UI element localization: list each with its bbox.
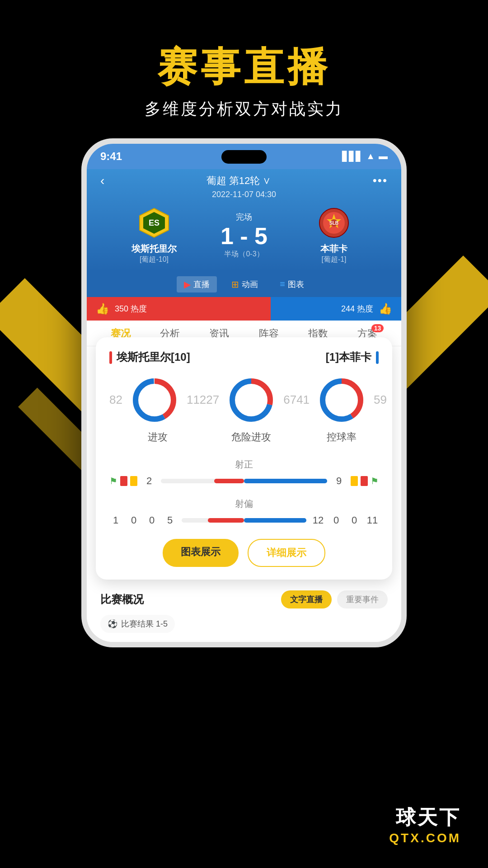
svg-text:ES: ES bbox=[149, 218, 160, 227]
btn-events[interactable]: 重要事件 bbox=[337, 590, 388, 609]
team-home-name: 埃斯托里尔 bbox=[105, 243, 203, 255]
live-icon: ▶ bbox=[184, 279, 191, 290]
danger-label: 危险进攻 bbox=[231, 430, 271, 444]
time-display: 9:41 bbox=[100, 150, 122, 163]
stats-team-right: [1]本菲卡 bbox=[326, 350, 379, 364]
shots-on-bar bbox=[161, 479, 327, 483]
phone-wrapper: 9:41 ▋▋▋ ▲ ▬ ‹ 葡超 第12轮 ∨ ••• 2022-11-07 … bbox=[81, 138, 407, 647]
branding: 球天下 QTX.COM bbox=[389, 804, 461, 845]
shots-off-extra-right-1: 0 bbox=[330, 514, 343, 526]
stat-icons-left-shots: ⚑ bbox=[109, 476, 137, 486]
possession-val-right: 59 bbox=[374, 393, 387, 407]
tab-chart-label: 图表 bbox=[288, 279, 304, 290]
stats-bars: 射正 ⚑ 2 bbox=[109, 458, 379, 526]
match-header: ‹ 葡超 第12轮 ∨ ••• 2022-11-07 04:30 ES bbox=[87, 169, 401, 272]
stat-row-shots-off: 射偏 1 0 0 5 12 0 0 bbox=[109, 498, 379, 526]
donut-danger: 27 67 危险进攻 bbox=[206, 375, 296, 444]
shots-off-num-left: 5 bbox=[164, 514, 176, 526]
donuts-row: 82 112 进攻 bbox=[109, 375, 379, 444]
phone-notch bbox=[221, 150, 267, 164]
red-card-left-icon bbox=[120, 476, 127, 486]
danger-val-left: 27 bbox=[206, 393, 219, 407]
league-row: ‹ 葡超 第12轮 ∨ ••• bbox=[100, 174, 388, 188]
attack-val-right: 112 bbox=[187, 393, 206, 407]
match-status: 完场 bbox=[203, 212, 285, 222]
page-container: 赛事直播 多维度分析双方对战实力 9:41 ▋▋▋ ▲ ▬ ‹ 葡超 第12轮 … bbox=[0, 0, 488, 647]
corner-flag-left-icon: ⚑ bbox=[109, 476, 117, 486]
donut-attack-vals: 82 112 bbox=[109, 375, 206, 425]
hero-title: 赛事直播 bbox=[145, 45, 343, 89]
shots-off-extra-right-3: 11 bbox=[366, 514, 379, 526]
brand-domain: QTX.COM bbox=[389, 831, 461, 845]
attack-donut-svg bbox=[130, 375, 179, 425]
more-button[interactable]: ••• bbox=[373, 174, 388, 188]
status-icons: ▋▋▋ ▲ ▬ bbox=[342, 151, 388, 162]
heat-right: 244 热度 👍 bbox=[271, 297, 401, 321]
red-card-right-icon bbox=[361, 476, 368, 486]
possession-val-left: 41 bbox=[296, 393, 310, 407]
shots-on-num-left: 2 bbox=[143, 475, 155, 487]
heat-home-text: 350 热度 bbox=[115, 303, 147, 314]
nav-tab-badge: 13 bbox=[371, 324, 384, 332]
stats-card: 埃斯托里尔[10] [1]本菲卡 82 bbox=[96, 337, 392, 580]
yellow-card-right-icon bbox=[351, 476, 358, 486]
heat-left: 👍 350 热度 bbox=[87, 297, 271, 321]
shots-on-bar-right bbox=[244, 479, 327, 483]
shots-off-extra-left-3: 0 bbox=[145, 514, 158, 526]
team-away-rank: [葡超-1] bbox=[285, 255, 383, 264]
shots-off-bar-right bbox=[244, 518, 306, 523]
summary-event: ⚽ 比赛结果 1-5 bbox=[100, 615, 175, 633]
shots-on-bar-left bbox=[214, 479, 244, 483]
score-center: 完场 1 - 5 半场（0-3） bbox=[203, 212, 285, 259]
shots-off-extra-right-2: 0 bbox=[348, 514, 361, 526]
team-home-info: ES 埃斯托里尔 [葡超-10] bbox=[105, 207, 203, 264]
stat-row-shots-on: 射正 ⚑ 2 bbox=[109, 458, 379, 487]
btn-text-live[interactable]: 文字直播 bbox=[281, 590, 332, 609]
match-type-tabs: ▶ 直播 ⊞ 动画 ≡ 图表 bbox=[87, 272, 401, 297]
score-half: 半场（0-3） bbox=[203, 250, 285, 259]
svg-text:SLB: SLB bbox=[329, 221, 338, 226]
shots-on-label: 射正 bbox=[109, 458, 379, 471]
team-home-logo: ES bbox=[138, 207, 170, 239]
tab-chart[interactable]: ≡ 图表 bbox=[272, 276, 311, 292]
stats-team-left: 埃斯托里尔[10] bbox=[109, 350, 190, 364]
team-away-info: SLB 本菲卡 [葡超-1] bbox=[285, 207, 383, 264]
danger-donut-svg bbox=[226, 375, 276, 425]
danger-val-right: 67 bbox=[283, 393, 296, 407]
hero-section: 赛事直播 多维度分析双方对战实力 bbox=[145, 0, 343, 138]
signal-icon: ▋▋▋ bbox=[342, 151, 362, 162]
tab-animation-label: 动画 bbox=[242, 279, 258, 290]
btn-detail-view[interactable]: 详细展示 bbox=[248, 539, 325, 567]
team-away-logo: SLB bbox=[318, 207, 350, 239]
tab-live[interactable]: ▶ 直播 bbox=[177, 276, 217, 292]
match-date: 2022-11-07 04:30 bbox=[100, 190, 388, 199]
btn-chart-view[interactable]: 图表展示 bbox=[163, 539, 239, 567]
event-text: 比赛结果 1-5 bbox=[121, 618, 168, 629]
animation-icon: ⊞ bbox=[231, 279, 239, 290]
bottom-buttons: 图表展示 详细展示 bbox=[109, 539, 379, 567]
thumb-up-left-icon[interactable]: 👍 bbox=[96, 302, 109, 315]
summary-header: 比赛概况 文字直播 重要事件 bbox=[100, 590, 388, 609]
back-button[interactable]: ‹ bbox=[100, 174, 104, 188]
corner-flag-right-icon: ⚑ bbox=[371, 476, 379, 486]
tab-animation[interactable]: ⊞ 动画 bbox=[224, 276, 265, 292]
status-bar: 9:41 ▋▋▋ ▲ ▬ bbox=[87, 144, 401, 169]
wifi-icon: ▲ bbox=[366, 151, 375, 161]
battery-icon: ▬ bbox=[379, 151, 388, 161]
possession-donut-svg bbox=[317, 375, 366, 425]
shots-off-bar bbox=[182, 518, 306, 523]
attack-label: 进攻 bbox=[148, 430, 168, 444]
team-away-name: 本菲卡 bbox=[285, 243, 383, 255]
chart-icon: ≡ bbox=[280, 279, 285, 289]
donut-danger-vals: 27 67 bbox=[206, 375, 296, 425]
brand-name: 球天下 bbox=[389, 804, 461, 831]
heat-away-text: 244 热度 bbox=[341, 303, 373, 314]
shots-off-label: 射偏 bbox=[109, 498, 379, 510]
team-home-rank: [葡超-10] bbox=[105, 255, 203, 264]
league-title: 葡超 第12轮 ∨ bbox=[206, 174, 271, 188]
match-teams-row: ES 埃斯托里尔 [葡超-10] 完场 1 - 5 半场（0-3） bbox=[100, 207, 388, 264]
shots-off-extra-left-2: 0 bbox=[127, 514, 140, 526]
thumb-up-right-icon[interactable]: 👍 bbox=[379, 302, 392, 315]
shots-on-num-right: 9 bbox=[333, 475, 345, 487]
score-main: 1 - 5 bbox=[203, 224, 285, 248]
